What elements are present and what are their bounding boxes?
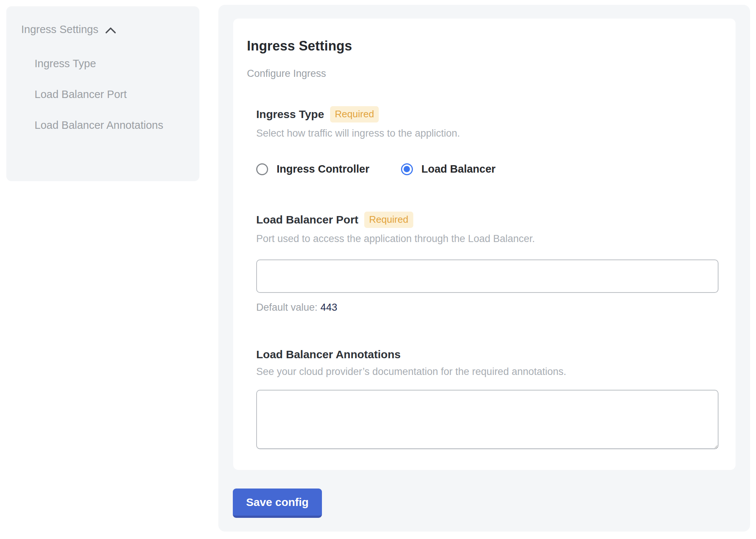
ingress-settings-card: Ingress Settings Configure Ingress Ingre…	[233, 19, 736, 470]
lb-port-default-row: Default value:443	[256, 302, 718, 313]
section-ingress-type: Ingress Type Required Select how traffic…	[256, 106, 718, 175]
radio-label-load-balancer: Load Balancer	[421, 163, 496, 175]
radio-label-ingress-controller: Ingress Controller	[277, 163, 369, 175]
save-config-button[interactable]: Save config	[233, 489, 322, 518]
ingress-type-heading-row: Ingress Type Required	[256, 106, 718, 122]
lb-annotations-heading-row: Load Balancer Annotations	[256, 348, 718, 361]
required-badge: Required	[364, 212, 413, 228]
radio-option-load-balancer[interactable]: Load Balancer	[401, 163, 496, 175]
radio-option-ingress-controller[interactable]: Ingress Controller	[256, 163, 369, 175]
settings-sidebar: Ingress Settings Ingress Type Load Balan…	[6, 6, 199, 181]
lb-annotations-label: Load Balancer Annotations	[256, 348, 401, 361]
sidebar-group-ingress-settings[interactable]: Ingress Settings	[21, 23, 188, 36]
lb-port-label: Load Balancer Port	[256, 213, 358, 226]
ingress-type-radio-group: Ingress Controller Load Balancer	[256, 163, 718, 175]
sidebar-item-load-balancer-annotations[interactable]: Load Balancer Annotations	[35, 114, 168, 137]
section-load-balancer-annotations: Load Balancer Annotations See your cloud…	[256, 348, 718, 449]
main-panel: Ingress Settings Configure Ingress Ingre…	[218, 5, 750, 532]
sidebar-item-load-balancer-port[interactable]: Load Balancer Port	[35, 83, 168, 106]
page-subtitle: Configure Ingress	[247, 68, 718, 79]
form-sections: Ingress Type Required Select how traffic…	[256, 106, 718, 449]
radio-dot	[404, 166, 410, 172]
default-value-number: 443	[320, 302, 337, 313]
lb-port-heading-row: Load Balancer Port Required	[256, 212, 718, 228]
ingress-type-description: Select how traffic will ingress to the a…	[256, 128, 718, 139]
lb-annotations-description: See your cloud provider’s documentation …	[256, 366, 718, 378]
load-balancer-annotations-textarea[interactable]	[256, 390, 718, 449]
radio-checked-icon[interactable]	[401, 163, 413, 175]
required-badge: Required	[330, 106, 379, 122]
lb-port-description: Port used to access the application thro…	[256, 233, 718, 245]
sidebar-item-ingress-type[interactable]: Ingress Type	[35, 52, 168, 75]
load-balancer-port-input[interactable]	[256, 259, 718, 293]
page-title: Ingress Settings	[247, 38, 718, 54]
sidebar-item-list: Ingress Type Load Balancer Port Load Bal…	[35, 52, 188, 137]
sidebar-group-label: Ingress Settings	[21, 23, 98, 36]
default-value-label: Default value:	[256, 302, 317, 313]
radio-unchecked-icon[interactable]	[256, 163, 268, 175]
section-load-balancer-port: Load Balancer Port Required Port used to…	[256, 212, 718, 313]
chevron-up-icon	[105, 27, 116, 34]
ingress-type-label: Ingress Type	[256, 108, 324, 121]
